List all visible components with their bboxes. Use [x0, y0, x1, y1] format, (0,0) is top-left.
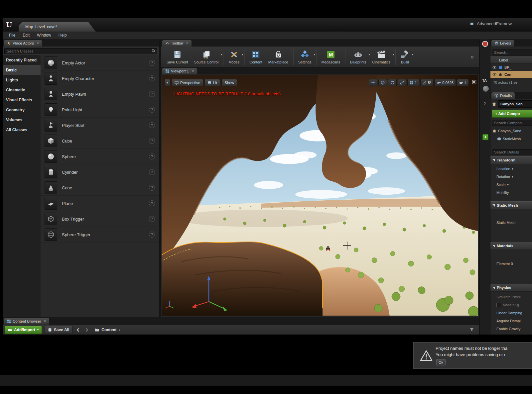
- section-transform[interactable]: Transform: [490, 156, 532, 164]
- tab-toolbar[interactable]: Toolbar ×: [162, 40, 192, 47]
- levels-column-header[interactable]: Label: [490, 56, 532, 64]
- component-row-root[interactable]: Canyon_Sand: [490, 127, 532, 135]
- search-components-input[interactable]: [492, 120, 532, 126]
- chevron-down-icon[interactable]: ▾: [393, 53, 394, 56]
- category-basic[interactable]: Basic: [3, 65, 41, 75]
- levels-search-input[interactable]: [492, 49, 532, 55]
- add-icon[interactable]: +: [482, 134, 488, 140]
- help-icon[interactable]: ?: [149, 153, 155, 159]
- physics-angular-damping-row[interactable]: Angular Dampi: [490, 317, 532, 325]
- menu-file[interactable]: File: [5, 32, 19, 39]
- blueprints-button[interactable]: Blueprints ▾: [347, 48, 369, 66]
- marketplace-button[interactable]: Marketplace: [265, 48, 291, 66]
- translate-tool-button[interactable]: [369, 79, 377, 86]
- modes-button[interactable]: Modes ▾: [225, 48, 242, 66]
- help-icon[interactable]: ?: [149, 75, 155, 81]
- lit-button[interactable]: Lit: [204, 79, 220, 86]
- help-icon[interactable]: ?: [149, 60, 155, 66]
- scale-snap-toggle[interactable]: 0.0625: [435, 79, 456, 86]
- scale-tool-button[interactable]: [398, 79, 406, 86]
- close-icon[interactable]: ×: [192, 69, 194, 73]
- breadcrumb[interactable]: Content ▸: [94, 328, 120, 332]
- settings-button[interactable]: Settings ▾: [295, 48, 315, 66]
- physics-simulate-row[interactable]: Simulate Physi: [490, 293, 532, 301]
- chevron-down-icon[interactable]: ▾: [314, 53, 315, 56]
- show-button[interactable]: Show: [221, 79, 237, 86]
- actor-row-point-light[interactable]: Point Light ?: [41, 102, 159, 118]
- actor-row-empty-character[interactable]: Empty Character ?: [41, 71, 159, 86]
- grid-snap-toggle[interactable]: 1: [407, 79, 419, 86]
- close-icon[interactable]: ×: [44, 319, 46, 324]
- actor-row-cube[interactable]: Cube ?: [41, 133, 159, 149]
- save-current-button[interactable]: Save Current: [164, 48, 191, 66]
- save-all-button[interactable]: Save All: [45, 326, 72, 334]
- transform-location-row[interactable]: Location▾: [490, 165, 532, 173]
- level-row-persistent[interactable]: BP_: [490, 64, 532, 71]
- help-icon[interactable]: ?: [149, 232, 155, 238]
- actor-row-empty-actor[interactable]: Empty Actor ?: [41, 55, 159, 71]
- help-icon[interactable]: ?: [149, 138, 155, 144]
- transform-mobility-row[interactable]: Mobility: [490, 189, 532, 197]
- chevron-down-icon[interactable]: ▾: [412, 53, 413, 56]
- source-control-button[interactable]: Source Control ▾: [191, 48, 221, 66]
- tab-details[interactable]: Details: [491, 92, 515, 99]
- actor-row-cone[interactable]: Cone ?: [41, 180, 159, 196]
- component-row-staticmesh[interactable]: StaticMesh: [490, 135, 532, 143]
- rotate-tool-button[interactable]: [388, 79, 397, 86]
- viewport-scene[interactable]: [162, 75, 478, 316]
- section-physics[interactable]: Physics: [490, 284, 532, 292]
- actor-row-sphere[interactable]: Sphere ?: [41, 149, 159, 164]
- category-visual-effects[interactable]: Visual Effects: [3, 95, 41, 105]
- camera-speed-button[interactable]: 4: [457, 79, 469, 86]
- tab-content-browser[interactable]: Content Browser ×: [4, 318, 49, 325]
- search-classes-input[interactable]: [4, 48, 157, 54]
- cinematics-button[interactable]: Cinematics ▾: [369, 48, 393, 66]
- forward-icon[interactable]: [84, 328, 90, 332]
- help-icon[interactable]: ?: [149, 91, 155, 97]
- viewport-options-button[interactable]: ▾: [164, 79, 170, 86]
- build-button[interactable]: Build ▾: [397, 48, 413, 66]
- transform-rotation-row[interactable]: Rotation▾: [490, 173, 532, 181]
- chevron-down-icon[interactable]: ▾: [507, 183, 509, 186]
- category-cinematic[interactable]: Cinematic: [3, 85, 41, 95]
- chevron-down-icon[interactable]: ▾: [242, 53, 243, 56]
- static-mesh-row[interactable]: Static Mesh: [490, 219, 532, 227]
- level-row-selected[interactable]: Can: [490, 71, 532, 78]
- chevron-down-icon[interactable]: ▾: [221, 53, 222, 56]
- category-geometry[interactable]: Geometry: [3, 105, 41, 115]
- help-icon[interactable]: ?: [149, 185, 155, 191]
- search-details-input[interactable]: [492, 149, 532, 155]
- menu-help[interactable]: Help: [55, 32, 70, 39]
- tab-levels[interactable]: Levels: [491, 40, 514, 47]
- angle-snap-toggle[interactable]: 5°: [420, 79, 434, 86]
- help-icon[interactable]: ?: [149, 122, 155, 128]
- add-import-button[interactable]: Add/Import ▾: [5, 326, 42, 334]
- help-icon[interactable]: ?: [149, 216, 155, 222]
- record-icon[interactable]: [482, 41, 488, 47]
- actor-row-cylinder[interactable]: Cylinder ?: [41, 164, 159, 180]
- section-materials[interactable]: Materials: [490, 242, 532, 250]
- actor-name-field[interactable]: Canyon_San: [498, 100, 532, 108]
- level-document-tab[interactable]: Map_Level_cave*: [19, 22, 96, 32]
- menu-edit[interactable]: Edit: [19, 32, 33, 39]
- section-static-mesh[interactable]: Static Mesh: [490, 201, 532, 209]
- ok-button[interactable]: Ok: [436, 359, 446, 365]
- help-icon[interactable]: ?: [149, 200, 155, 206]
- actor-row-sphere-trigger[interactable]: Sphere Trigger ?: [41, 227, 159, 243]
- filter-icon[interactable]: [469, 327, 474, 333]
- help-icon[interactable]: ?: [149, 169, 155, 175]
- help-icon[interactable]: ?: [149, 107, 155, 113]
- megascans-button[interactable]: M Megascans: [318, 48, 343, 66]
- close-icon[interactable]: ×: [37, 41, 39, 46]
- category-all-classes[interactable]: All Classes: [3, 125, 41, 135]
- actor-row-empty-pawn[interactable]: Empty Pawn ?: [41, 86, 159, 102]
- checkbox[interactable]: [496, 303, 501, 307]
- actor-row-player-start[interactable]: Player Start ?: [41, 118, 159, 133]
- chevron-down-icon[interactable]: ▾: [512, 175, 513, 178]
- eye-icon[interactable]: [492, 72, 496, 76]
- materials-element0-row[interactable]: Element 0: [490, 260, 532, 268]
- close-icon[interactable]: ×: [186, 41, 189, 46]
- chevron-down-icon[interactable]: ▾: [512, 167, 513, 170]
- maximize-viewport-icon[interactable]: [472, 80, 476, 86]
- transform-scale-row[interactable]: Scale▾: [490, 181, 532, 189]
